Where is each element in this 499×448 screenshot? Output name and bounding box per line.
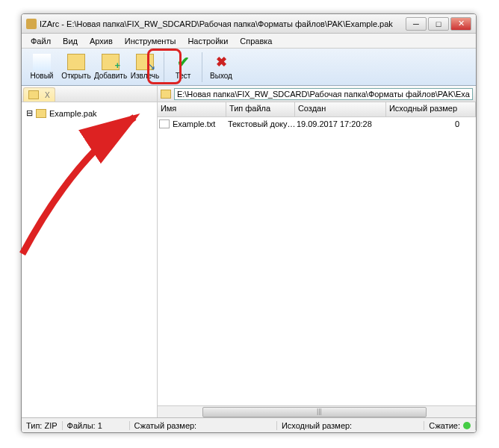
minimize-button[interactable]: ─: [406, 17, 427, 31]
add-button[interactable]: Добавить: [93, 50, 128, 84]
exit-button[interactable]: Выход: [204, 50, 238, 84]
col-size[interactable]: Исходный размер: [386, 102, 476, 116]
right-panel: E:\Новая папка\FIX_RW_SDCARD\Рабочая пап…: [158, 86, 476, 417]
close-icon: [212, 54, 230, 70]
exit-label: Выход: [210, 72, 232, 80]
folder-add-icon: [102, 54, 120, 70]
folder-open-icon: [67, 54, 85, 70]
add-label: Добавить: [94, 72, 127, 80]
tree-root-label: Example.pak: [49, 109, 97, 118]
address-bar: E:\Новая папка\FIX_RW_SDCARD\Рабочая пап…: [158, 86, 476, 102]
archive-icon: [28, 90, 39, 99]
window-title: IZArc - E:\Новая папка\FIX_RW_SDCARD\Раб…: [40, 19, 406, 28]
menu-archive[interactable]: Архив: [84, 35, 119, 47]
left-panel: X ⊟ Example.pak: [22, 86, 158, 417]
open-label: Открыть: [61, 72, 90, 80]
app-window: IZArc - E:\Новая папка\FIX_RW_SDCARD\Раб…: [21, 13, 477, 433]
folder-extract-icon: [136, 54, 154, 70]
app-icon: [26, 19, 37, 29]
file-icon: [159, 119, 170, 128]
menu-file[interactable]: Файл: [25, 35, 57, 47]
toolbar-separator: [164, 52, 164, 82]
menu-tools[interactable]: Инструменты: [119, 35, 182, 47]
menu-view[interactable]: Вид: [57, 35, 84, 47]
file-list[interactable]: Example.txt Текстовый докум... 19.09.201…: [158, 117, 476, 405]
menu-help[interactable]: Справка: [234, 35, 278, 47]
new-button[interactable]: Новый: [25, 50, 59, 84]
path-field[interactable]: E:\Новая папка\FIX_RW_SDCARD\Рабочая пап…: [174, 88, 473, 100]
archive-icon: [36, 109, 46, 118]
new-label: Новый: [31, 72, 54, 80]
check-icon: [174, 54, 192, 70]
file-row[interactable]: Example.txt Текстовый докум... 19.09.201…: [158, 117, 476, 131]
close-button[interactable]: ✕: [450, 17, 471, 31]
status-dot-icon: [463, 422, 471, 429]
menu-settings[interactable]: Настройки: [182, 35, 234, 47]
col-created[interactable]: Создан: [295, 102, 386, 116]
horizontal-scrollbar[interactable]: |||: [158, 405, 476, 417]
file-created: 19.09.2017 17:20:28: [297, 119, 388, 128]
status-type: Тип: ZIP: [22, 421, 63, 430]
file-size: 0: [388, 119, 474, 128]
file-name: Example.txt: [173, 119, 228, 128]
toolbar-separator: [202, 52, 202, 82]
tree-root[interactable]: ⊟ Example.pak: [25, 107, 154, 119]
test-button[interactable]: Тест: [166, 50, 200, 84]
column-headers: Имя Тип файла Создан Исходный размер: [158, 102, 476, 117]
maximize-button[interactable]: □: [428, 17, 449, 31]
col-type[interactable]: Тип файла: [226, 102, 295, 116]
menubar: Файл Вид Архив Инструменты Настройки Спр…: [22, 34, 476, 49]
titlebar: IZArc - E:\Новая папка\FIX_RW_SDCARD\Раб…: [22, 14, 476, 34]
col-name[interactable]: Имя: [158, 102, 226, 116]
status-ratio: Сжатие:: [424, 421, 476, 430]
new-icon: [33, 54, 51, 70]
status-packed: Сжатый размер:: [130, 421, 277, 430]
tree-connector: ⊟: [26, 108, 33, 118]
tab-close-button[interactable]: X: [45, 91, 50, 99]
tree-tab[interactable]: X: [23, 87, 55, 102]
file-type: Текстовый докум...: [228, 119, 297, 128]
folder-icon: [161, 90, 171, 99]
scroll-grip: |||: [317, 408, 322, 415]
scrollbar-thumb[interactable]: [202, 407, 427, 417]
status-orig: Исходный размер:: [277, 421, 424, 430]
toolbar: Новый Открыть Добавить Извлечь Тест Выхо…: [22, 49, 476, 86]
tree-tabs: X: [22, 86, 157, 102]
main-body: X ⊟ Example.pak E:\Новая папка\FIX_RW_SD…: [22, 86, 476, 417]
open-button[interactable]: Открыть: [59, 50, 93, 84]
test-label: Тест: [176, 72, 191, 80]
extract-button[interactable]: Извлечь: [128, 50, 162, 84]
status-bar: Тип: ZIP Файлы: 1 Сжатый размер: Исходны…: [22, 417, 476, 432]
tree-view[interactable]: ⊟ Example.pak: [22, 102, 157, 417]
status-files: Файлы: 1: [63, 421, 130, 430]
extract-label: Извлечь: [131, 72, 159, 80]
